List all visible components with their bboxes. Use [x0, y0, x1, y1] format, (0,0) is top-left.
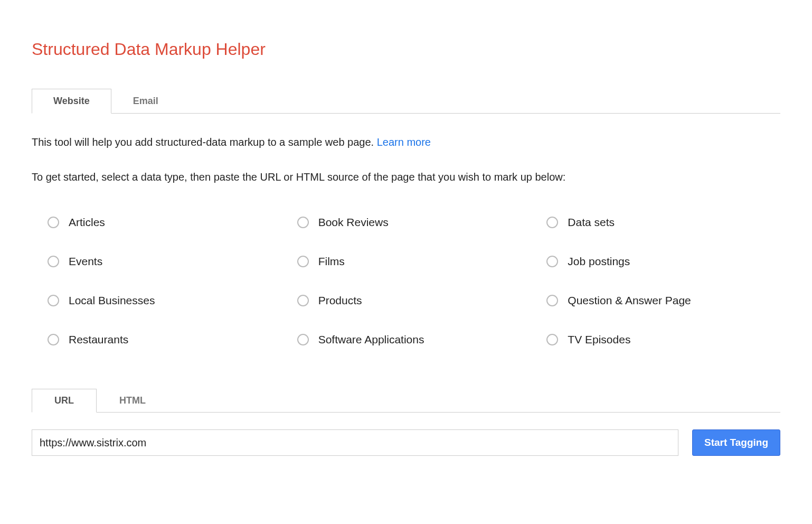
radio-films[interactable]: Films: [297, 255, 531, 268]
radio-label: Software Applications: [318, 333, 424, 346]
radio-icon: [297, 256, 309, 267]
radio-icon: [48, 217, 59, 228]
radio-local-businesses[interactable]: Local Businesses: [48, 294, 281, 307]
radio-icon: [297, 217, 309, 228]
radio-label: Job postings: [568, 255, 630, 268]
radio-label: Articles: [69, 216, 105, 229]
radio-events[interactable]: Events: [48, 255, 281, 268]
radio-icon: [48, 334, 59, 345]
radio-icon: [546, 295, 558, 306]
input-tabs: URL HTML: [32, 388, 780, 413]
url-input[interactable]: [32, 429, 678, 456]
radio-qa-page[interactable]: Question & Answer Page: [546, 294, 780, 307]
tab-url[interactable]: URL: [32, 389, 97, 413]
page-title: Structured Data Markup Helper: [32, 40, 780, 59]
radio-icon: [546, 334, 558, 345]
radio-label: Events: [69, 255, 102, 268]
radio-tv-episodes[interactable]: TV Episodes: [546, 333, 780, 346]
radio-label: Films: [318, 255, 345, 268]
main-tabs: Website Email: [32, 88, 780, 114]
learn-more-link[interactable]: Learn more: [377, 136, 431, 148]
tab-email[interactable]: Email: [111, 89, 180, 114]
radio-label: Data sets: [568, 216, 615, 229]
radio-articles[interactable]: Articles: [48, 216, 281, 229]
radio-icon: [48, 295, 59, 306]
radio-icon: [297, 334, 309, 345]
radio-icon: [546, 256, 558, 267]
tab-website[interactable]: Website: [32, 89, 111, 114]
radio-icon: [546, 217, 558, 228]
radio-label: Question & Answer Page: [568, 294, 691, 307]
radio-label: TV Episodes: [568, 333, 630, 346]
data-type-grid: Articles Book Reviews Data sets Events F…: [48, 216, 780, 346]
radio-label: Book Reviews: [318, 216, 389, 229]
start-tagging-button[interactable]: Start Tagging: [692, 429, 780, 456]
radio-restaurants[interactable]: Restaurants: [48, 333, 281, 346]
radio-job-postings[interactable]: Job postings: [546, 255, 780, 268]
subtext: To get started, select a data type, then…: [32, 170, 780, 184]
intro-text: This tool will help you add structured-d…: [32, 135, 780, 149]
radio-book-reviews[interactable]: Book Reviews: [297, 216, 531, 229]
radio-label: Restaurants: [69, 333, 128, 346]
radio-label: Products: [318, 294, 362, 307]
input-row: Start Tagging: [32, 429, 780, 456]
radio-icon: [297, 295, 309, 306]
radio-label: Local Businesses: [69, 294, 155, 307]
radio-software-apps[interactable]: Software Applications: [297, 333, 531, 346]
tab-html[interactable]: HTML: [97, 389, 168, 413]
radio-products[interactable]: Products: [297, 294, 531, 307]
radio-icon: [48, 256, 59, 267]
intro-text-body: This tool will help you add structured-d…: [32, 136, 377, 148]
radio-data-sets[interactable]: Data sets: [546, 216, 780, 229]
